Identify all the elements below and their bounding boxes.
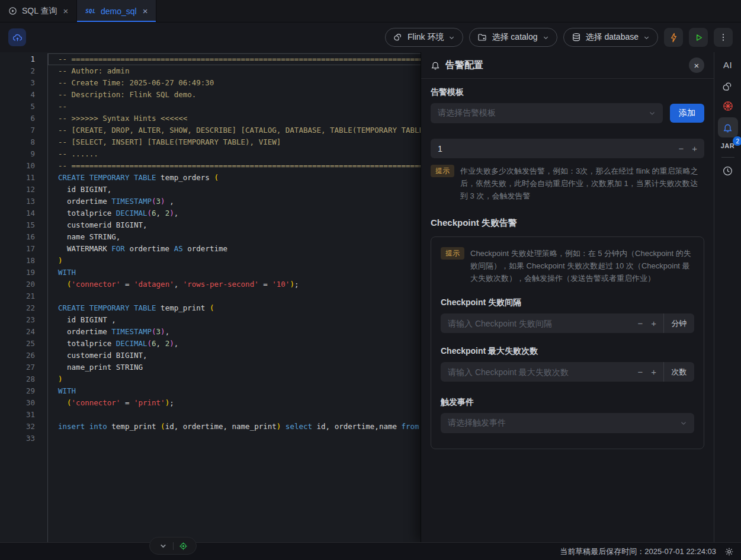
chevron-down-icon (680, 420, 687, 427)
database-label: 选择 database (586, 32, 639, 43)
line-number: 4 (0, 89, 47, 101)
tab-label: SQL 查询 (22, 6, 57, 17)
hint-tag: 提示 (441, 247, 464, 260)
minus-icon[interactable]: − (678, 144, 684, 153)
flink-env-select[interactable]: Flink 环境 (385, 28, 463, 47)
line-number: 11 (0, 172, 47, 184)
line-number: 32 (0, 421, 47, 433)
chevron-down-icon (649, 110, 656, 117)
checkpoint-card: 提示 Checkpoint 失败处理策略，例如：在 5 分钟内（Checkpoi… (431, 236, 704, 449)
more-actions-button[interactable] (714, 28, 733, 47)
database-select[interactable]: 选择 database (563, 28, 659, 47)
minus-icon[interactable]: − (637, 367, 643, 376)
debug-button[interactable] (664, 28, 683, 47)
publish-button[interactable] (8, 28, 26, 46)
fail-count-hint: 作业失败多少次触发告警，例如：3次，那么在经过 flink 的重启策略之后，依然… (460, 165, 704, 202)
line-number: 1 (0, 53, 47, 65)
line-number: 7 (0, 124, 47, 136)
close-icon[interactable]: × (143, 7, 148, 15)
tab-sql-query[interactable]: SQL 查询 × (0, 0, 77, 22)
bell-icon (431, 60, 440, 70)
sidebar-item-jar[interactable]: JAR 2 (721, 142, 735, 149)
checkpoint-interval-label: Checkpoint 失败间隔 (441, 297, 694, 308)
catalog-label: 选择 catalog (492, 32, 537, 43)
drawer-body: 告警模板 请选择告警模板 添加 − + 提示 作业失败多少次 (421, 79, 714, 457)
drawer-title: 告警配置 (445, 59, 483, 72)
line-number: 21 (0, 290, 47, 302)
console-toggle-pill (149, 537, 197, 555)
locate-target-icon[interactable] (179, 542, 188, 551)
line-number: 29 (0, 385, 47, 397)
minus-icon[interactable]: − (637, 319, 643, 328)
alert-template-select[interactable]: 请选择告警模板 (431, 103, 663, 123)
line-number: 25 (0, 338, 47, 350)
chevron-down-icon (448, 34, 455, 41)
database-icon (572, 33, 581, 42)
trigger-event-select[interactable]: 请选择触发事件 (441, 413, 694, 433)
run-button[interactable] (689, 28, 708, 47)
line-number: 23 (0, 314, 47, 326)
gear-icon[interactable] (724, 547, 734, 556)
line-number: 8 (0, 136, 47, 148)
alert-config-button[interactable] (718, 117, 738, 137)
jar-label: JAR (721, 142, 735, 149)
line-number: 19 (0, 267, 47, 279)
flink-squirrel-icon[interactable] (722, 81, 733, 92)
line-number: 12 (0, 184, 47, 196)
select-placeholder: 请选择告警模板 (438, 108, 496, 119)
kubernetes-icon[interactable] (722, 100, 734, 112)
maxfail-unit: 次数 (663, 362, 694, 382)
pill-divider (173, 542, 174, 550)
line-number: 2 (0, 65, 47, 77)
drawer-header: 告警配置 × (421, 52, 714, 79)
line-number: 3 (0, 77, 47, 89)
line-number: 22 (0, 302, 47, 314)
right-icon-strip: AI JAR 2 (714, 52, 741, 542)
trigger-event-label: 触发事件 (441, 397, 694, 408)
folder-icon (477, 33, 487, 42)
history-clock-icon[interactable] (722, 165, 733, 177)
fail-count-input-group: − + (431, 139, 704, 158)
line-number: 14 (0, 207, 47, 219)
hint-tag: 提示 (431, 165, 454, 177)
checkpoint-interval-input[interactable] (448, 319, 637, 328)
checkpoint-section-title: Checkpoint 失败告警 (431, 217, 704, 229)
line-number: 31 (0, 409, 47, 421)
gutter: 1234567891011121314151617181920212223242… (0, 53, 47, 542)
kebab-menu-icon (718, 33, 728, 42)
bell-icon (723, 123, 733, 133)
sidebar-item-ai[interactable]: AI (723, 60, 732, 70)
chevron-down-icon (543, 34, 549, 41)
collapse-chevron-icon[interactable] (159, 542, 168, 551)
checkpoint-maxfail-group: − + 次数 (441, 362, 694, 382)
tab-demo-sql[interactable]: SQL demo_sql × (77, 0, 156, 22)
main-area: 1234567891011121314151617181920212223242… (0, 52, 741, 542)
play-circle-icon (8, 7, 17, 15)
close-icon[interactable]: × (63, 7, 68, 15)
line-number: 33 (0, 433, 47, 444)
interval-unit: 分钟 (663, 313, 694, 333)
line-number: 9 (0, 148, 47, 160)
chevron-down-icon (643, 34, 650, 41)
plus-icon[interactable]: + (651, 319, 656, 328)
line-number: 24 (0, 326, 47, 338)
tab-label: demo_sql (101, 7, 137, 16)
fail-count-input[interactable] (438, 144, 678, 153)
line-number: 5 (0, 101, 47, 113)
line-number: 10 (0, 160, 47, 172)
plus-icon[interactable]: + (692, 144, 697, 153)
checkpoint-maxfail-label: Checkpoint 最大失败次数 (441, 346, 694, 357)
close-icon[interactable]: × (689, 57, 704, 73)
alert-config-drawer: 告警配置 × 告警模板 请选择告警模板 添加 − + (421, 52, 714, 542)
last-saved-time: 当前草稿最后保存时间：2025-07-01 22:24:03 (560, 546, 716, 557)
select-placeholder: 请选择触发事件 (448, 418, 506, 428)
add-template-button[interactable]: 添加 (670, 104, 704, 123)
checkpoint-maxfail-input[interactable] (448, 367, 637, 377)
catalog-select[interactable]: 选择 catalog (469, 28, 557, 47)
strip-divider (721, 157, 734, 158)
lightning-icon (669, 33, 679, 43)
plus-icon[interactable]: + (651, 367, 656, 376)
cloud-upload-icon (12, 33, 23, 43)
line-number: 30 (0, 397, 47, 409)
line-number: 20 (0, 279, 47, 290)
